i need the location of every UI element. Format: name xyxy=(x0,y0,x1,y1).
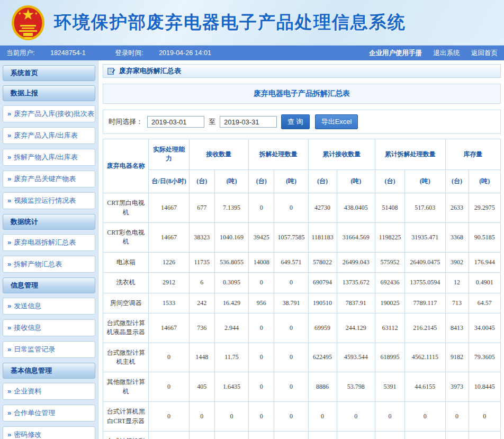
value-cell: 9182 xyxy=(445,343,469,372)
report-title: 废弃电器电子产品拆解汇总表 xyxy=(103,84,501,104)
value-cell: 677 xyxy=(189,193,214,223)
value-cell: 0 xyxy=(149,343,189,372)
value-cell: 5391 xyxy=(375,372,405,402)
value-cell: 31935.471 xyxy=(405,222,445,252)
value-cell: 0 xyxy=(274,193,308,223)
value-cell: 39425 xyxy=(249,222,274,252)
main-panel: 废弃家电拆解汇总表 废弃电器电子产品拆解汇总表 时间选择： 至 查 询 导出Ex… xyxy=(98,60,504,439)
unit-dun: (吨) xyxy=(469,169,500,193)
sidebar-item-16[interactable]: »合作单位管理 xyxy=(3,405,95,422)
table-header-row-groups: 废弃电器名称 实际处理能力 接收数量 拆解处理数量 累计接收数量 累计拆解处理数… xyxy=(103,139,501,170)
col-group-received: 接收数量 xyxy=(189,139,248,170)
value-cell: 1533 xyxy=(149,293,189,313)
sidebar-section-0[interactable]: 系统首页 xyxy=(3,65,95,81)
date-filter-label: 时间选择： xyxy=(109,117,143,127)
value-cell: 517.603 xyxy=(405,193,445,223)
product-name-cell: 房间空调器 xyxy=(103,293,149,313)
value-cell: 69959 xyxy=(308,313,337,343)
value-cell: 0 xyxy=(274,273,308,293)
export-excel-button[interactable]: 导出Excel xyxy=(315,114,358,129)
product-name-cell: 洗衣机 xyxy=(103,273,149,293)
logout-link[interactable]: 退出系统 xyxy=(434,49,460,57)
value-cell: 0.4901 xyxy=(469,273,500,293)
value-cell: 7496.007 xyxy=(405,432,445,439)
value-cell: 0 xyxy=(405,402,445,432)
sidebar-item-17[interactable]: »密码修改 xyxy=(3,426,95,439)
sidebar-item-9[interactable]: »拆解产物汇总表 xyxy=(3,256,95,273)
sidebar-item-4[interactable]: »拆解产物入库/出库表 xyxy=(3,149,95,166)
double-chevron-icon: » xyxy=(7,196,11,204)
home-link[interactable]: 返回首页 xyxy=(471,49,498,57)
value-cell: 747 xyxy=(445,432,469,439)
unit-tai: (台) xyxy=(189,169,214,193)
sidebar-item-2[interactable]: »废弃产品入库(接收)批次表 xyxy=(3,105,95,122)
value-cell: 956 xyxy=(249,293,274,313)
value-cell: 8886 xyxy=(308,372,337,402)
current-user: 当前用户: 18248754-1 xyxy=(6,49,100,57)
sidebar-label: 废弃产品入库(接收)批次表 xyxy=(14,110,94,118)
sidebar-label: 企业资料 xyxy=(14,387,41,395)
sidebar-item-6[interactable]: »视频监控运行情况表 xyxy=(3,192,95,209)
value-cell: 10.176 xyxy=(469,432,500,439)
sidebar-label: 拆解产物汇总表 xyxy=(14,260,62,268)
product-name-cell: 台式微型计算机主机 xyxy=(103,343,149,372)
value-cell: 536.8055 xyxy=(214,252,248,272)
sidebar-section-1[interactable]: 数据上报 xyxy=(3,85,95,101)
query-button[interactable]: 查 询 xyxy=(281,114,310,129)
value-cell: 3973 xyxy=(445,372,469,402)
sidebar-item-3[interactable]: »废弃产品入库/出库表 xyxy=(3,127,95,144)
value-cell: 0 xyxy=(249,273,274,293)
sidebar-label: 废弃产品关键产物表 xyxy=(14,175,76,183)
value-cell: 0 xyxy=(249,343,274,372)
sidebar-label: 信息管理 xyxy=(11,281,38,289)
value-cell: 553618 xyxy=(308,432,337,439)
sidebar-item-11[interactable]: »发送信息 xyxy=(3,298,95,315)
value-cell: 0 xyxy=(249,372,274,402)
sidebar-label: 接收信息 xyxy=(14,324,41,332)
start-date-input[interactable] xyxy=(147,116,204,128)
value-cell: 0 xyxy=(308,402,337,432)
value-cell: 0.3095 xyxy=(214,273,248,293)
col-group-cum-dismantled: 累计拆解处理数量 xyxy=(375,139,446,170)
app-banner: 环境保护部废弃电器电子产品处理信息系统 xyxy=(0,0,504,46)
sidebar-item-13[interactable]: »日常监管记录 xyxy=(3,341,95,358)
sidebar-section-7[interactable]: 数据统计 xyxy=(3,214,95,230)
col-group-stock: 库存量 xyxy=(445,139,500,170)
value-cell: 0 xyxy=(274,313,308,343)
value-cell: 16.429 xyxy=(214,293,248,313)
col-header-name: 废弃电器名称 xyxy=(103,139,149,193)
col-group-dismantled: 拆解处理数量 xyxy=(249,139,308,170)
breadcrumb-title: 废弃家电拆解汇总表 xyxy=(119,66,181,76)
value-cell: 0 xyxy=(274,402,308,432)
sidebar-section-14[interactable]: 基本信息管理 xyxy=(3,363,95,379)
table-row: 电冰箱122611735536.805514008649.57157802226… xyxy=(103,252,501,272)
sidebar-item-5[interactable]: »废弃产品关键产物表 xyxy=(3,171,95,187)
sidebar-item-15[interactable]: »企业资料 xyxy=(3,383,95,400)
manual-link[interactable]: 企业用户使用手册 xyxy=(369,49,422,57)
sidebar-label: 数据统计 xyxy=(11,218,38,226)
date-to-label: 至 xyxy=(209,117,215,127)
value-cell: 622495 xyxy=(308,343,337,372)
end-date-input[interactable] xyxy=(220,116,277,128)
sidebar-label: 系统首页 xyxy=(11,69,38,77)
value-cell: 0 xyxy=(274,372,308,402)
product-name-cell: CRT彩色电视机 xyxy=(103,222,149,252)
col-group-cum-received: 累计接收数量 xyxy=(308,139,375,170)
value-cell: 81 xyxy=(249,432,274,439)
breadcrumb: 废弃家电拆解汇总表 xyxy=(103,64,501,78)
value-cell: 79.3605 xyxy=(469,343,500,372)
col-header-capacity-unit: 台/日(8小时) xyxy=(149,169,189,193)
sidebar-item-12[interactable]: »接收信息 xyxy=(3,319,95,336)
value-cell: 14667 xyxy=(149,222,189,252)
value-cell: 575952 xyxy=(375,252,405,272)
value-cell: 0 xyxy=(214,402,248,432)
sidebar-item-8[interactable]: »废弃电器拆解汇总表 xyxy=(3,234,95,251)
value-cell: 438.0405 xyxy=(337,193,375,223)
value-cell: 14667 xyxy=(149,313,189,343)
double-chevron-icon: » xyxy=(7,324,11,332)
value-cell: 38.791 xyxy=(274,293,308,313)
sidebar-section-10[interactable]: 信息管理 xyxy=(3,277,95,293)
value-cell: 176.944 xyxy=(469,252,500,272)
sidebar-label: 视频监控运行情况表 xyxy=(14,196,76,204)
value-cell: 2.944 xyxy=(214,313,248,343)
